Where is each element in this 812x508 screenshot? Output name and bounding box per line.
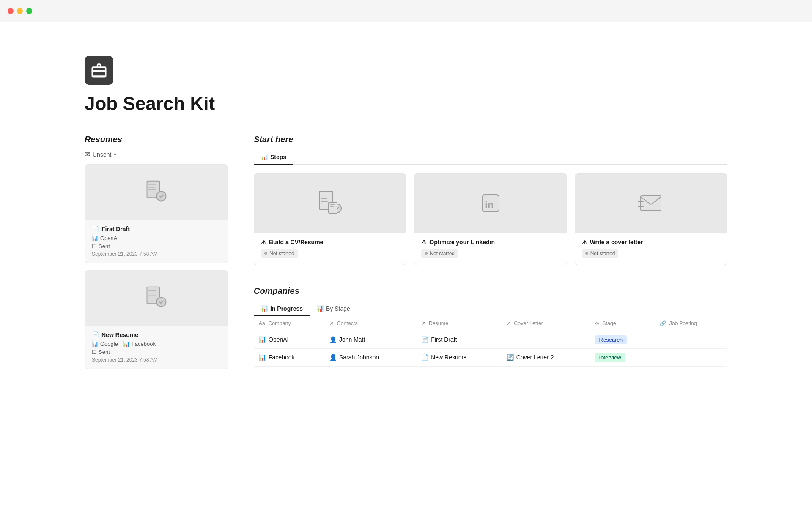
col-header-resume: ↗ Resume xyxy=(416,316,502,331)
warning-icon-3: ⚠ xyxy=(582,239,587,246)
table-row-facebook[interactable]: 📊 Facebook 👤 Sarah Johnson xyxy=(254,348,727,366)
svg-point-5 xyxy=(156,191,166,201)
resume-card-company: 📊 OpenAI xyxy=(92,235,221,241)
table-row-openai[interactable]: 📊 OpenAI 👤 John Matt xyxy=(254,331,727,348)
cell-stage-facebook: Interview xyxy=(590,348,655,366)
step-card-body-3: ⚠ Write a cover letter Not started xyxy=(575,233,727,265)
col-icon-company: Aa xyxy=(259,320,265,326)
linkedin-icon: in xyxy=(477,190,504,217)
briefcase-icon xyxy=(90,61,108,79)
cv-resume-icon xyxy=(317,190,344,217)
status-dot-2 xyxy=(425,252,428,255)
warning-icon-2: ⚠ xyxy=(421,239,427,246)
chevron-down-icon: ▾ xyxy=(114,152,116,157)
svg-rect-17 xyxy=(330,204,335,205)
svg-rect-2 xyxy=(148,184,156,185)
main-content: Job Search Kit Resumes ✉ Unsent ▾ xyxy=(0,0,812,410)
step-card-cover-letter[interactable]: ⚠ Write a cover letter Not started xyxy=(575,173,727,265)
cover-letter-icon xyxy=(637,190,664,217)
resume-card-companies: 📊 Google 📊 Facebook xyxy=(92,341,221,347)
step-card-image-2: in xyxy=(414,174,566,233)
start-here-section: Start here 📊 Steps xyxy=(254,135,727,265)
window-chrome xyxy=(0,0,812,22)
status-dot-3 xyxy=(585,252,588,255)
checkbox-icon: ☐ xyxy=(92,243,97,249)
resumes-section: Resumes ✉ Unsent ▾ xyxy=(85,135,228,376)
steps-tab-icon: 📊 xyxy=(261,154,268,160)
contact-icon-facebook: 👤 xyxy=(329,354,337,361)
step-card-linkedin[interactable]: in ⚠ Optimize your Linkedin Not started xyxy=(414,173,567,265)
steps-cards-grid: ⚠ Build a CV/Resume Not started xyxy=(254,173,727,265)
svg-point-10 xyxy=(156,297,166,307)
page-icon xyxy=(85,56,113,85)
step-card-resume[interactable]: ⚠ Build a CV/Resume Not started xyxy=(254,173,406,265)
resumes-section-header: Resumes xyxy=(85,135,228,144)
two-column-layout: Resumes ✉ Unsent ▾ xyxy=(85,135,727,376)
by-stage-tab-icon: 📊 xyxy=(316,305,324,312)
company-icon-facebook: 📊 xyxy=(259,354,266,361)
svg-rect-9 xyxy=(148,295,156,296)
step-card-body-2: ⚠ Optimize your Linkedin Not started xyxy=(414,233,566,265)
resume-icon-facebook: 📄 xyxy=(421,354,428,361)
companies-section-header: Companies xyxy=(254,286,727,296)
col-icon-cover-letter: ↗ xyxy=(507,320,511,326)
chart-icon: 📊 xyxy=(92,235,99,241)
resume-card-new-resume[interactable]: 📄 New Resume 📊 Google 📊 Facebook ☐ Sent xyxy=(85,270,228,369)
svg-text:in: in xyxy=(485,199,494,210)
contact-icon-openai: 👤 xyxy=(329,336,337,343)
cell-job-posting-facebook xyxy=(655,348,727,366)
step-card-title-3: ⚠ Write a cover letter xyxy=(582,239,720,246)
cell-stage-openai: Research xyxy=(590,331,655,348)
in-progress-tab-icon: 📊 xyxy=(261,305,268,312)
cell-company-openai: 📊 OpenAI xyxy=(254,331,324,348)
status-badge-3: Not started xyxy=(582,249,619,258)
steps-tabs: 📊 Steps xyxy=(254,150,727,165)
companies-table: Aa Company ↗ Contacts ↗ Resume xyxy=(254,316,727,367)
status-dot-1 xyxy=(264,252,267,255)
status-badge-2: Not started xyxy=(421,249,458,258)
table-header-row: Aa Company ↗ Contacts ↗ Resume xyxy=(254,316,727,331)
cell-cover-letter-openai xyxy=(502,331,590,348)
resume-doc-icon-2 xyxy=(144,285,169,311)
step-card-title-1: ⚠ Build a CV/Resume xyxy=(261,239,399,246)
resumes-filter[interactable]: ✉ Unsent ▾ xyxy=(85,150,228,158)
svg-rect-13 xyxy=(321,198,327,199)
cell-resume-openai: 📄 First Draft xyxy=(416,331,502,348)
col-header-company: Aa Company xyxy=(254,316,324,331)
stage-badge-facebook: Interview xyxy=(595,353,625,362)
stage-badge-openai: Research xyxy=(595,335,627,344)
close-button[interactable] xyxy=(8,8,14,14)
resume-card-date: September 21, 2023 7:58 AM xyxy=(92,251,221,257)
cell-company-facebook: 📊 Facebook xyxy=(254,348,324,366)
svg-rect-7 xyxy=(148,290,156,291)
companies-tabs: 📊 In Progress 📊 By Stage xyxy=(254,302,727,316)
svg-rect-21 xyxy=(641,196,661,211)
resume-card-first-draft[interactable]: 📄 First Draft 📊 OpenAI ☐ Sent September … xyxy=(85,164,228,263)
cover-letter-icon-facebook: 🔄 xyxy=(507,354,514,361)
minimize-button[interactable] xyxy=(17,8,23,14)
doc-icon: 📄 xyxy=(92,226,99,232)
col-header-cover-letter: ↗ Cover Letter xyxy=(502,316,590,331)
resume-card-image xyxy=(85,165,228,220)
resume-card-body-2: 📄 New Resume 📊 Google 📊 Facebook ☐ Sent xyxy=(85,326,228,369)
resume-doc-icon xyxy=(144,179,169,205)
cell-resume-facebook: 📄 New Resume xyxy=(416,348,502,366)
tab-by-stage[interactable]: 📊 By Stage xyxy=(310,302,357,316)
chart-icon-3: 📊 xyxy=(123,341,130,347)
svg-rect-18 xyxy=(330,206,334,207)
envelope-icon: ✉ xyxy=(85,150,90,158)
cell-contact-openai: 👤 John Matt xyxy=(324,331,416,348)
svg-rect-4 xyxy=(148,189,156,190)
col-header-contacts: ↗ Contacts xyxy=(324,316,416,331)
tab-in-progress[interactable]: 📊 In Progress xyxy=(254,302,310,316)
page-title: Job Search Kit xyxy=(85,93,727,114)
col-header-job-posting: 🔗 Job Posting xyxy=(655,316,727,331)
tab-steps[interactable]: 📊 Steps xyxy=(254,150,293,165)
checkbox-icon-2: ☐ xyxy=(92,349,97,355)
chart-icon-2: 📊 xyxy=(92,341,99,347)
filter-label: Unsent xyxy=(93,151,111,158)
resume-card-date-2: September 21, 2023 7:58 AM xyxy=(92,357,221,363)
maximize-button[interactable] xyxy=(26,8,32,14)
right-column: Start here 📊 Steps xyxy=(254,135,727,367)
warning-icon-1: ⚠ xyxy=(261,239,266,246)
